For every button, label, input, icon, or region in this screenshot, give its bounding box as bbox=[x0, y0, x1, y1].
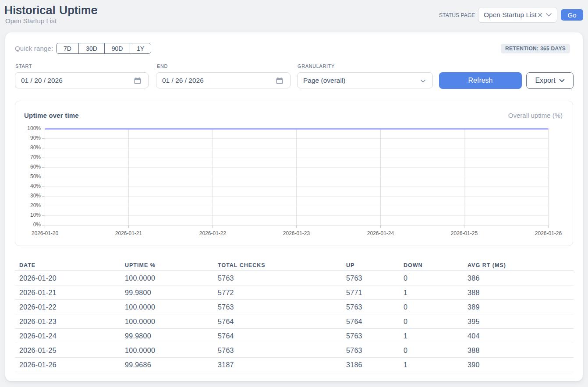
svg-text:30%: 30% bbox=[30, 193, 41, 199]
svg-text:70%: 70% bbox=[30, 154, 41, 160]
svg-text:20%: 20% bbox=[30, 202, 41, 208]
svg-text:60%: 60% bbox=[30, 164, 41, 170]
svg-text:2026-01-22: 2026-01-22 bbox=[199, 230, 227, 236]
svg-text:2026-01-23: 2026-01-23 bbox=[283, 230, 310, 236]
svg-text:0%: 0% bbox=[33, 222, 41, 228]
svg-text:2026-01-25: 2026-01-25 bbox=[451, 230, 478, 236]
svg-text:90%: 90% bbox=[30, 135, 41, 141]
svg-text:100%: 100% bbox=[27, 125, 41, 131]
svg-text:10%: 10% bbox=[30, 212, 41, 218]
svg-text:2026-01-24: 2026-01-24 bbox=[367, 230, 394, 236]
svg-text:2026-01-26: 2026-01-26 bbox=[535, 230, 562, 236]
svg-text:50%: 50% bbox=[30, 173, 41, 179]
svg-text:2026-01-20: 2026-01-20 bbox=[32, 230, 59, 236]
svg-text:80%: 80% bbox=[30, 144, 41, 151]
svg-text:40%: 40% bbox=[30, 183, 41, 189]
svg-text:2026-01-21: 2026-01-21 bbox=[115, 230, 142, 236]
